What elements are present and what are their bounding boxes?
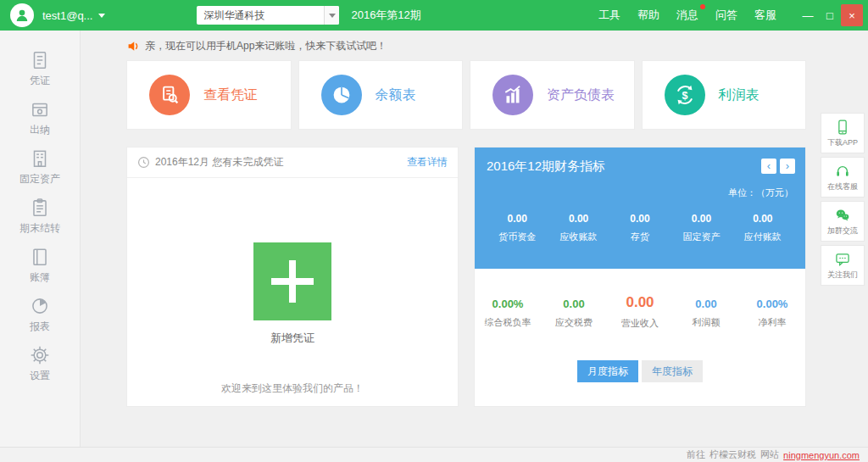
window-controls: — □ × xyxy=(797,0,863,31)
sidebar-item-label: 报表 xyxy=(30,320,50,334)
wechat-icon xyxy=(834,207,851,224)
sidebar-item-label: 凭证 xyxy=(30,74,50,88)
speaker-icon xyxy=(127,40,140,53)
menu-help[interactable]: 帮助 xyxy=(629,8,668,23)
sidebar-item-period-end[interactable]: 期末结转 xyxy=(0,197,80,246)
top-menu: 工具 帮助 消息 问答 客服 xyxy=(590,8,785,23)
stat-revenue: 0.00 营业收入 xyxy=(607,298,673,330)
card-label: 查看凭证 xyxy=(203,86,258,104)
stat-net-margin: 0.00% 净利率 xyxy=(739,298,805,330)
footer-suffix: 网站 xyxy=(760,448,779,461)
bar-chart-icon xyxy=(492,75,533,115)
float-label: 下载APP xyxy=(827,137,858,148)
blue-stats-row: 0.00 货币资金 0.00 应收账款 0.00 存货 xyxy=(487,213,793,243)
clock-icon xyxy=(137,156,150,169)
app-promo-banner: 亲，现在可以用手机App来记账啦，快来下载试试吧！ xyxy=(127,39,805,53)
card-balance-sheet[interactable]: 余额表 xyxy=(299,61,463,129)
card-profit-sheet[interactable]: $ 利润表 xyxy=(643,61,806,129)
card-view-voucher[interactable]: 查看凭证 xyxy=(127,61,291,129)
maximize-button[interactable]: □ xyxy=(819,4,841,26)
company-select[interactable]: 深圳华通科技 xyxy=(197,6,339,25)
company-name: 深圳华通科技 xyxy=(197,8,324,23)
add-voucher-label: 新增凭证 xyxy=(127,331,458,346)
white-stats-row: 0.00% 综合税负率 0.00 应交税费 0.00 营业收入 xyxy=(475,298,805,330)
footer-site-name: 柠檬云财税 xyxy=(709,448,756,461)
dashboard-panels: 2016年12月 您有未完成凭证 查看详情 新增凭证 欢迎来到这里体验我们的产品… xyxy=(127,148,805,406)
indicator-header: 2016年12期财务指标 ‹ › 单位：（万元） 0.00 货币资金 xyxy=(475,148,805,269)
stat-tax-burden: 0.00% 综合税负率 xyxy=(475,298,541,330)
menu-tools[interactable]: 工具 xyxy=(590,8,629,23)
download-app-button[interactable]: 下载APP xyxy=(821,113,865,153)
card-label: 余额表 xyxy=(376,86,416,104)
stat-fixed-assets: 0.00 固定资产 xyxy=(670,213,732,243)
quick-cards: 查看凭证 余额表 xyxy=(127,61,805,129)
close-button[interactable]: × xyxy=(841,4,863,26)
tab-monthly-indicators[interactable]: 月度指标 xyxy=(577,360,638,382)
chevron-down-icon xyxy=(329,14,336,18)
indicator-tabs: 月度指标 年度指标 xyxy=(475,360,805,382)
period-label: 2016年第12期 xyxy=(351,8,420,23)
sidebar-item-fixed-assets[interactable]: 固定资产 xyxy=(0,148,80,197)
voucher-panel: 2016年12月 您有未完成凭证 查看详情 新增凭证 欢迎来到这里体验我们的产品… xyxy=(127,148,458,406)
tab-yearly-indicators[interactable]: 年度指标 xyxy=(642,360,703,382)
voucher-panel-body: 新增凭证 欢迎来到这里体验我们的产品！ xyxy=(127,242,458,396)
company-select-caret[interactable] xyxy=(324,6,339,25)
menu-qa[interactable]: 问答 xyxy=(707,8,746,23)
sidebar-item-settings[interactable]: 设置 xyxy=(0,344,80,393)
sidebar-item-label: 设置 xyxy=(30,369,50,383)
status-bar: 前往 柠檬云财税 网站 ningmengyun.com xyxy=(0,447,868,462)
float-label: 加群交流 xyxy=(827,225,858,237)
add-voucher-button[interactable] xyxy=(253,242,331,320)
menu-messages-label: 消息 xyxy=(676,8,698,21)
headset-icon xyxy=(834,163,851,180)
pager-next-button[interactable]: › xyxy=(780,159,795,174)
voucher-panel-title: 2016年12月 您有未完成凭证 xyxy=(155,155,283,170)
menu-messages[interactable]: 消息 xyxy=(668,8,707,23)
join-group-button[interactable]: 加群交流 xyxy=(821,201,865,242)
sidebar-item-cashier[interactable]: 出纳 xyxy=(0,98,80,148)
user-account[interactable]: test1@q... xyxy=(42,9,92,22)
sidebar-item-ledger[interactable]: 账簿 xyxy=(0,246,80,295)
online-service-button[interactable]: 在线客服 xyxy=(821,157,865,198)
user-dropdown-caret-icon[interactable] xyxy=(98,14,105,18)
card-label: 资产负债表 xyxy=(547,86,615,104)
main-area: 亲，现在可以用手机App来记账啦，快来下载试试吧！ 查看凭证 xyxy=(81,31,868,447)
voucher-panel-header: 2016年12月 您有未完成凭证 查看详情 xyxy=(127,148,458,178)
website-link[interactable]: ningmengyun.com xyxy=(783,450,860,460)
minimize-button[interactable]: — xyxy=(797,4,819,26)
stat-cash: 0.00 货币资金 xyxy=(487,213,548,243)
balance-pie-icon xyxy=(321,75,362,115)
indicator-title: 2016年12期财务指标 xyxy=(487,159,793,175)
stat-receivables: 0.00 应收账款 xyxy=(548,213,609,243)
notification-dot xyxy=(700,4,705,9)
sidebar-item-label: 期末结转 xyxy=(19,221,60,236)
float-label: 关注我们 xyxy=(827,270,858,281)
topbar: test1@q... 深圳华通科技 2016年第12期 工具 帮助 消息 问答 … xyxy=(0,0,868,31)
sidebar-item-reports[interactable]: 报表 xyxy=(0,295,80,344)
voucher-icon xyxy=(29,49,51,71)
sidebar-item-label: 账簿 xyxy=(30,270,50,285)
user-icon xyxy=(14,7,31,24)
gear-icon xyxy=(29,344,51,366)
view-details-link[interactable]: 查看详情 xyxy=(407,155,448,170)
fixed-assets-icon xyxy=(29,148,51,170)
report-icon xyxy=(29,295,51,317)
floating-toolbar: 下载APP 在线客服 加群交流 xyxy=(821,113,865,286)
card-asset-liability[interactable]: 资产负债表 xyxy=(470,61,634,129)
sidebar-item-label: 出纳 xyxy=(30,123,50,137)
stat-profit: 0.00 利润额 xyxy=(673,298,739,330)
sidebar-item-voucher[interactable]: 凭证 xyxy=(0,49,80,98)
phone-icon xyxy=(834,119,851,136)
cashier-icon xyxy=(29,98,51,120)
follow-us-button[interactable]: 关注我们 xyxy=(821,245,865,286)
menu-service[interactable]: 客服 xyxy=(746,8,785,23)
pager-prev-button[interactable]: ‹ xyxy=(761,159,776,174)
app-window: test1@q... 深圳华通科技 2016年第12期 工具 帮助 消息 问答 … xyxy=(0,0,868,462)
avatar[interactable] xyxy=(10,3,34,27)
stat-tax-payable: 0.00 应交税费 xyxy=(541,298,607,330)
svg-text:$: $ xyxy=(682,90,687,102)
card-label: 利润表 xyxy=(719,86,760,104)
ledger-icon xyxy=(29,246,51,268)
period-end-icon xyxy=(29,197,51,219)
unit-label: 单位：（万元） xyxy=(487,186,793,199)
